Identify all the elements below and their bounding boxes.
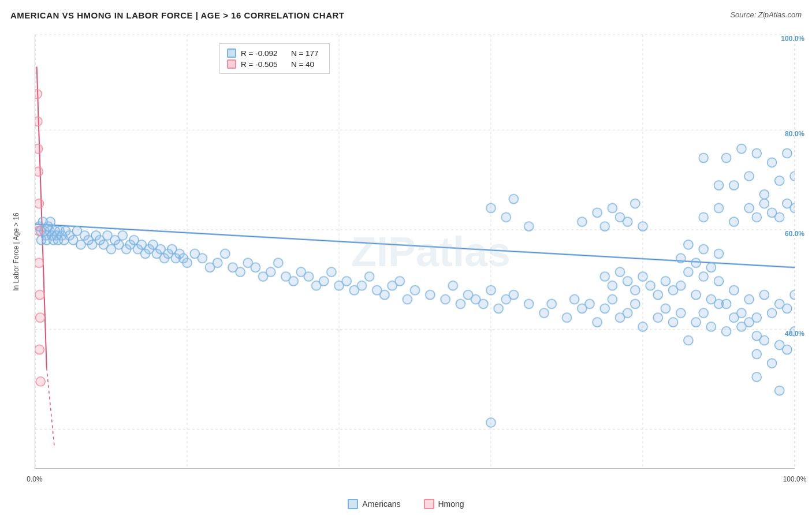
- hmong-legend-box: [424, 499, 434, 509]
- americans-label: Americans: [362, 499, 400, 509]
- inset-legend: R = -0.092 N = 177 R = -0.505 N = 40: [219, 43, 330, 74]
- chart-title: AMERICAN VS HMONG IN LABOR FORCE | AGE >…: [10, 10, 344, 20]
- legend-item-hmong: Hmong: [424, 499, 464, 509]
- x-tick-labels: 0.0% 100.0%: [35, 472, 795, 483]
- hmong-label: Hmong: [438, 499, 464, 509]
- blue-swatch: [227, 48, 236, 58]
- x-tick-100: 100.0%: [783, 475, 807, 483]
- y-axis-label: In Labor Force | Age > 16: [0, 35, 32, 469]
- blue-n-value: N = 177: [291, 49, 319, 58]
- pink-r-value: R = -0.505: [241, 60, 277, 69]
- source-label: Source: ZipAtlas.com: [730, 10, 802, 19]
- chart-area: ZIPatlas: [35, 35, 795, 469]
- blue-r-value: R = -0.092: [241, 49, 277, 58]
- x-tick-0: 0.0%: [27, 475, 42, 483]
- bottom-legend: Americans Hmong: [0, 499, 812, 509]
- americans-legend-box: [348, 499, 358, 509]
- pink-n-value: N = 40: [291, 60, 314, 69]
- pink-swatch: [227, 59, 236, 69]
- legend-item-americans: Americans: [348, 499, 400, 509]
